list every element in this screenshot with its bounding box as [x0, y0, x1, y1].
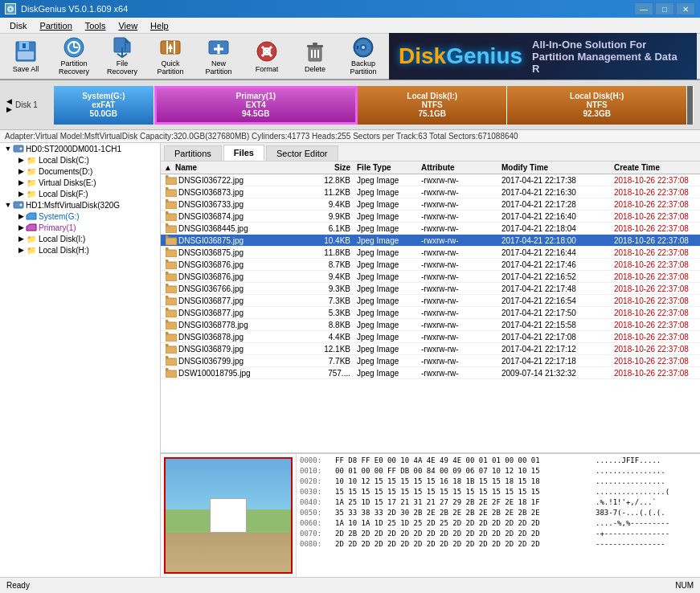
svg-rect-50: [166, 250, 177, 257]
hex-row: 0030:15 15 15 15 15 15 15 15 15 15 15 15…: [300, 487, 697, 497]
svg-marker-49: [166, 235, 169, 238]
file-row[interactable]: DNSGI036878.jpg 4.4KB Jpeg Image -rwxrw-…: [161, 331, 700, 343]
file-icon: [166, 175, 177, 185]
svg-marker-41: [166, 187, 169, 190]
file-icon: [166, 308, 177, 317]
svg-rect-42: [166, 202, 177, 209]
tab-bar: Partitions Files Sector Editor: [161, 143, 700, 162]
file-row[interactable]: DNSGI036876.jpg 9.4KB Jpeg Image -rwxrw-…: [161, 271, 700, 283]
svg-marker-51: [166, 247, 169, 250]
file-row[interactable]: DNSGI036879.jpg 12.1KB Jpeg Image -rwxrw…: [161, 343, 700, 355]
delete-label: Delete: [305, 66, 325, 74]
file-panel: ▲Name Size File Type Attribute Modify Ti…: [161, 162, 700, 577]
svg-rect-68: [166, 358, 177, 366]
tree-item-systemG[interactable]: ▶ System(G:): [0, 211, 160, 222]
file-icon: [166, 284, 177, 293]
close-button[interactable]: ✕: [676, 2, 695, 15]
localH-icon: 📁: [26, 245, 37, 255]
main-content: ▼ HD0:ST2000DM001-1CH1 ▶ 📁 Local Disk(C:…: [0, 143, 700, 577]
disk-nav-up[interactable]: ◀: [6, 97, 12, 105]
svg-marker-53: [166, 260, 169, 262]
file-row[interactable]: DNSGI036876.jpg 8.7KB Jpeg Image -rwxrw-…: [161, 259, 700, 271]
tree-item-documentsD[interactable]: ▶ 📁 Documents(D:): [0, 166, 160, 177]
file-row[interactable]: DNSGI036799.jpg 7.7KB Jpeg Image -rwxrw-…: [161, 355, 700, 367]
file-row[interactable]: DNSGI036875.jpg 11.8KB Jpeg Image -rwxrw…: [161, 247, 700, 259]
menu-disk[interactable]: Disk: [3, 19, 33, 32]
file-icon: [166, 344, 177, 354]
file-row[interactable]: DNSGI036877.jpg 5.3KB Jpeg Image -rwxrw-…: [161, 307, 700, 319]
tab-partitions[interactable]: Partitions: [164, 145, 222, 161]
save-all-button[interactable]: Save All: [3, 35, 48, 77]
tab-sector-editor[interactable]: Sector Editor: [266, 145, 338, 161]
minimize-button[interactable]: —: [634, 2, 653, 15]
save-all-icon: [13, 39, 39, 64]
svg-marker-71: [166, 368, 169, 370]
quick-partition-label: QuickPartition: [157, 60, 183, 76]
file-icon: [166, 199, 177, 209]
preview-building: [210, 498, 248, 532]
new-partition-icon: [206, 36, 231, 59]
file-row[interactable]: DNSGI0368778.jpg 8.8KB Jpeg Image -rwxrw…: [161, 319, 700, 331]
col-header-name[interactable]: ▲Name: [161, 163, 305, 172]
col-header-create[interactable]: Create Time: [611, 163, 700, 172]
file-row[interactable]: DNSGI036733.jpg 9.4KB Jpeg Image -rwxrw-…: [161, 198, 700, 211]
file-row[interactable]: DNSGI036873.jpg 11.2KB Jpeg Image -rwxrw…: [161, 186, 700, 198]
disk-partition-small: [687, 86, 694, 125]
format-icon: [254, 39, 280, 64]
disk-nav-down[interactable]: ▶: [6, 105, 12, 113]
maximize-button[interactable]: □: [655, 2, 674, 15]
disk-partition-ntfs1[interactable]: Local Disk(I:) NTFS 75.1GB: [358, 86, 507, 125]
svg-marker-63: [166, 320, 169, 322]
col-header-attr[interactable]: Attribute: [418, 163, 498, 172]
virtualE-icon: 📁: [26, 178, 37, 187]
tree-item-localC[interactable]: ▶ 📁 Local Disk(C:): [0, 154, 160, 166]
svg-marker-55: [166, 272, 169, 274]
tree-item-virtualE[interactable]: ▶ 📁 Virtual Disks(E:): [0, 177, 160, 188]
file-icon: [166, 296, 177, 305]
format-button[interactable]: Format: [244, 35, 289, 77]
new-partition-button[interactable]: NewPartition: [196, 35, 241, 77]
title-bar-text: DiskGenius V5.0.1.609 x64: [21, 4, 128, 14]
file-row[interactable]: DNSGI036874.jpg 9.9KB Jpeg Image -rwxrw-…: [161, 211, 700, 223]
svg-marker-47: [166, 223, 169, 226]
brand-tagline: All-In-One Solution ForPartition Managem…: [532, 39, 687, 75]
tree-item-localF[interactable]: ▶ 📁 Local Disk(F:): [0, 188, 160, 199]
backup-partition-button[interactable]: BackupPartition: [341, 35, 386, 77]
partition-recovery-button[interactable]: PartitionRecovery: [51, 35, 96, 77]
hex-pane[interactable]: 0000:FF D8 FF E0 00 10 4A 4E 49 4E 00 01…: [296, 454, 700, 577]
menu-view[interactable]: View: [112, 19, 144, 32]
save-all-label: Save All: [13, 66, 39, 74]
hex-row: 0050:35 33 38 33 2D 30 2B 2E 2B 2E 2B 2E…: [300, 508, 697, 518]
col-header-size[interactable]: Size: [305, 163, 354, 172]
disk-partition-system[interactable]: System(G:) exFAT 50.0GB: [54, 86, 154, 125]
menu-tools[interactable]: Tools: [79, 19, 113, 32]
quick-partition-button[interactable]: QuickPartition: [148, 35, 193, 77]
delete-button[interactable]: Delete: [293, 35, 338, 77]
file-row[interactable]: DNSGI0368445.jpg 6.1KB Jpeg Image -rwxrw…: [161, 223, 700, 235]
col-header-modify[interactable]: Modify Time: [498, 163, 611, 172]
tree-item-localI[interactable]: ▶ 📁 Local Disk(I:): [0, 233, 160, 244]
hex-row: 0020:10 10 12 15 15 15 15 15 16 18 1B 15…: [300, 476, 697, 487]
disk-partition-ntfs2[interactable]: Local Disk(H:) NTFS 92.3GB: [507, 86, 687, 125]
hex-row: 0070:2D 2B 2D 2D 2D 2D 2D 2D 2D 2D 2D 2D…: [300, 529, 697, 539]
tab-files[interactable]: Files: [223, 145, 264, 161]
file-row[interactable]: DNSGI036877.jpg 7.3KB Jpeg Image -rwxrw-…: [161, 295, 700, 307]
menu-partition[interactable]: Partition: [33, 19, 78, 32]
file-row[interactable]: DNSGI036875.jpg 10.4KB Jpeg Image -rwxrw…: [161, 235, 700, 247]
disk-partition-primary[interactable]: Primary(1) EXT4 94.5GB: [154, 86, 358, 125]
tree-item-hd0[interactable]: ▼ HD0:ST2000DM001-1CH1: [0, 143, 160, 154]
file-row[interactable]: DNSGI036722.jpg 12.8KB Jpeg Image -rwxrw…: [161, 174, 700, 186]
tree-item-primary1[interactable]: ▶ Primary(1): [0, 222, 160, 233]
file-row[interactable]: DNSGI036766.jpg 9.3KB Jpeg Image -rwxrw-…: [161, 283, 700, 295]
file-recovery-button[interactable]: FileRecovery: [100, 35, 145, 77]
preview-image: [166, 459, 291, 572]
file-icon: [166, 187, 177, 197]
partition-recovery-icon: [61, 36, 87, 59]
file-recovery-label: FileRecovery: [107, 60, 137, 76]
menu-help[interactable]: Help: [144, 19, 175, 32]
tree-item-hd1[interactable]: ▼ HD1:MsftVirtualDisk(320G: [0, 199, 160, 211]
file-row[interactable]: DSW100018795.jpg 757.... Jpeg Image -rwx…: [161, 367, 700, 379]
tree-item-localH[interactable]: ▶ 📁 Local Disk(H:): [0, 244, 160, 256]
hex-row: 0000:FF D8 FF E0 00 10 4A 4E 49 4E 00 01…: [300, 456, 697, 466]
col-header-type[interactable]: File Type: [354, 163, 418, 172]
